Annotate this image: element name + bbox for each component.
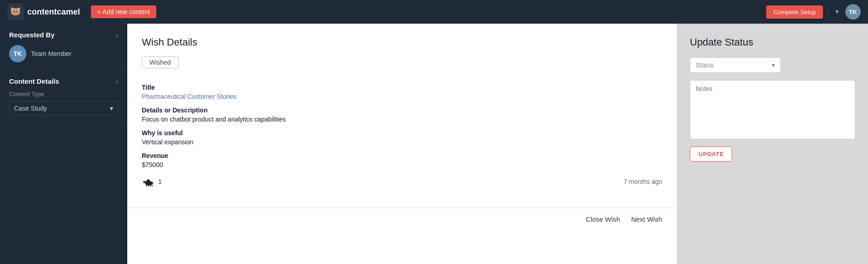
- svg-point-15: [152, 182, 153, 184]
- svg-point-5: [16, 11, 18, 12]
- status-select-row: Status ▾: [690, 57, 855, 73]
- svg-rect-11: [146, 185, 147, 187]
- complete-setup-button[interactable]: Complete Setup: [766, 5, 823, 19]
- brand-name: contentcamel: [27, 7, 80, 17]
- wish-details-title: Wish Details: [142, 36, 662, 48]
- wish-field-value: Focus on chatbot product and analytics c…: [142, 116, 662, 123]
- wish-field-label: Title: [142, 84, 662, 91]
- svg-point-6: [14, 12, 17, 14]
- navbar: contentcamel + Add new content Complete …: [0, 0, 868, 24]
- avatar: TK: [845, 4, 861, 20]
- next-wish-button[interactable]: Next Wish: [631, 215, 662, 223]
- chevron-right-icon: ›: [116, 31, 118, 39]
- brand: contentcamel: [7, 4, 80, 20]
- status-panel: Update Status Status ▾ UPDATE: [677, 24, 868, 264]
- close-wish-button[interactable]: Close Wish: [586, 215, 620, 223]
- user-dropdown[interactable]: ▼: [834, 9, 840, 15]
- sidebar-content-details-header[interactable]: Content Details ›: [9, 77, 118, 85]
- sidebar-content-details-section: Content Details › Content Type Case Stud…: [0, 70, 127, 123]
- wish-field-value: $75000: [142, 161, 662, 168]
- wish-fields: TitlePharmaceutical Customer StoriesDeta…: [142, 84, 662, 168]
- svg-point-2: [11, 8, 14, 11]
- svg-rect-14: [152, 185, 153, 187]
- sidebar-content-details-title: Content Details: [9, 77, 59, 85]
- wish-panel: Wish Details Wished TitlePharmaceutical …: [127, 24, 677, 264]
- status-placeholder: Status: [696, 61, 714, 69]
- add-new-button[interactable]: + Add new content: [91, 5, 156, 18]
- status-panel-title: Update Status: [690, 36, 855, 48]
- camel-icon: [142, 177, 155, 187]
- wish-meta-count: 1: [158, 178, 162, 185]
- sidebar-user-row: TK Team Member: [9, 45, 118, 62]
- main-layout: Requested By › TK Team Member Content De…: [0, 24, 868, 264]
- wish-field-value[interactable]: Pharmaceutical Customer Stories: [142, 93, 662, 100]
- navbar-right: Complete Setup ▼ TK: [766, 4, 861, 20]
- svg-rect-13: [150, 185, 151, 187]
- navbar-divider: [828, 5, 829, 19]
- notes-textarea[interactable]: [690, 80, 855, 139]
- svg-rect-12: [148, 185, 149, 187]
- wished-badge: Wished: [142, 56, 179, 68]
- sidebar-requested-by-section: Requested By › TK Team Member: [0, 24, 127, 70]
- wish-panel-inner: Wish Details Wished TitlePharmaceutical …: [127, 24, 677, 199]
- content-type-label: Content Type: [9, 91, 118, 97]
- wish-field-label: Details or Description: [142, 107, 662, 114]
- chevron-down-icon-2: ▾: [110, 105, 113, 112]
- svg-point-8: [147, 179, 150, 183]
- chevron-right-icon-2: ›: [116, 78, 118, 85]
- wish-actions: Close Wish Next Wish: [127, 208, 677, 230]
- svg-point-3: [17, 8, 20, 11]
- status-select[interactable]: Status ▾: [690, 57, 781, 73]
- wish-meta-time: 7 months ago: [624, 178, 662, 185]
- add-new-label: + Add new content: [97, 8, 150, 15]
- wish-meta-row: 1 7 months ago: [142, 177, 662, 187]
- chevron-down-icon-3: ▾: [772, 61, 775, 69]
- wish-field-label: Why is useful: [142, 129, 662, 137]
- brand-logo-icon: [7, 4, 24, 20]
- update-button[interactable]: UPDATE: [690, 147, 732, 162]
- svg-point-4: [14, 11, 15, 12]
- complete-setup-label: Complete Setup: [773, 9, 816, 15]
- content-type-value: Case Study: [14, 105, 47, 112]
- svg-rect-10: [145, 181, 146, 183]
- sidebar: Requested By › TK Team Member Content De…: [0, 24, 127, 264]
- wish-field-label: Revenue: [142, 152, 662, 159]
- wish-field-value: Vertical expansion: [142, 138, 662, 146]
- sidebar-requested-by-title: Requested By: [9, 31, 55, 39]
- sidebar-user-avatar: TK: [9, 45, 26, 62]
- content-area: Wish Details Wished TitlePharmaceutical …: [127, 24, 868, 264]
- sidebar-requested-by-header[interactable]: Requested By ›: [9, 31, 118, 39]
- chevron-down-icon: ▼: [834, 9, 840, 15]
- sidebar-user-name: Team Member: [31, 50, 71, 57]
- content-type-select[interactable]: Case Study ▾: [9, 101, 118, 116]
